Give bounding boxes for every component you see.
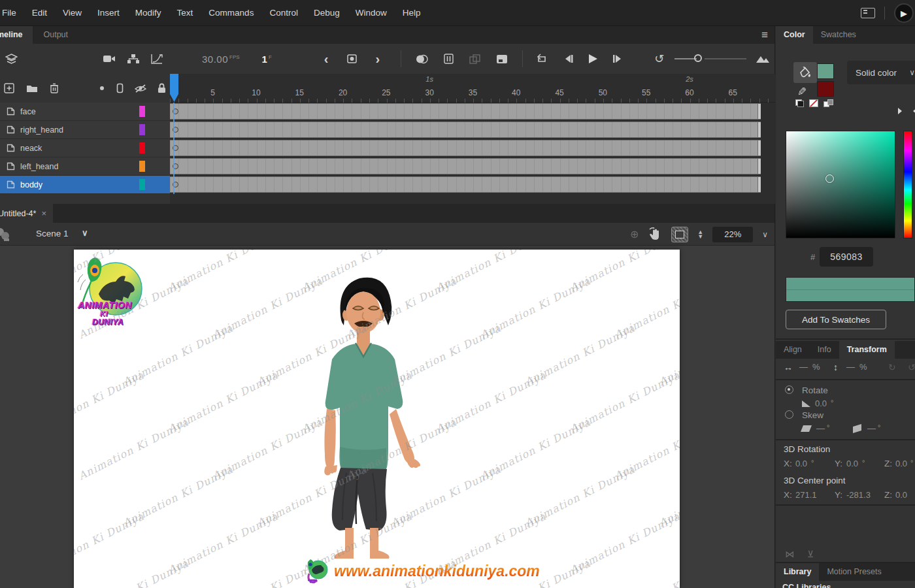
scene-name[interactable]: Scene 1 bbox=[36, 229, 69, 238]
rotate-radio[interactable] bbox=[785, 385, 793, 394]
zoom-slider-knob[interactable] bbox=[694, 54, 702, 62]
frame-row-right_heand[interactable] bbox=[170, 121, 775, 139]
color-type-dropdown[interactable]: Solid color ∨ bbox=[847, 61, 915, 84]
layer-color-chip[interactable] bbox=[139, 106, 145, 117]
center-y-value[interactable]: -281.3 bbox=[846, 490, 871, 500]
scale-height-value[interactable]: — bbox=[846, 362, 855, 372]
menu-debug[interactable]: Debug bbox=[306, 0, 348, 26]
layer-row-face[interactable]: face bbox=[0, 103, 170, 121]
stage-pasteboard[interactable]: ANIMATION KI DUNIYA bbox=[0, 246, 775, 588]
rotate-hand-tool-icon[interactable] bbox=[648, 227, 662, 242]
zoom-stepper[interactable]: ▲ ▼ bbox=[697, 230, 703, 239]
menu-modify[interactable]: Modify bbox=[127, 0, 169, 26]
next-keyframe-icon[interactable]: › bbox=[376, 52, 380, 65]
menu-file[interactable]: File bbox=[0, 0, 24, 26]
black-white-colors-icon[interactable] bbox=[795, 99, 804, 107]
stroke-pencil-icon[interactable]: ✎ bbox=[797, 85, 807, 99]
flip-horizontal-icon[interactable]: ⋈ bbox=[785, 549, 794, 559]
menu-edit[interactable]: Edit bbox=[24, 0, 55, 26]
onion-skin-outlines-icon[interactable] bbox=[444, 54, 454, 64]
new-layer-icon[interactable] bbox=[4, 83, 14, 93]
fps-display[interactable]: 30.00FPS bbox=[202, 54, 240, 65]
new-folder-icon[interactable] bbox=[26, 84, 38, 93]
stage-canvas[interactable]: ANIMATION KI DUNIYA bbox=[74, 250, 680, 588]
layer-color-chip[interactable] bbox=[139, 124, 145, 135]
current-frame-display[interactable]: 1F bbox=[262, 54, 272, 65]
hex-color-input[interactable]: 569083 bbox=[820, 247, 873, 267]
layer-color-chip[interactable] bbox=[139, 142, 145, 154]
frame-row-face[interactable] bbox=[170, 103, 775, 121]
zoom-dropdown-chevron-icon[interactable]: ∨ bbox=[762, 230, 768, 239]
tab-library[interactable]: Library bbox=[776, 563, 819, 581]
insert-keyframe-icon[interactable] bbox=[347, 54, 358, 64]
tab-swatches[interactable]: Swatches bbox=[813, 26, 864, 44]
swap-colors-icon[interactable] bbox=[824, 99, 833, 107]
layers-view-icon[interactable] bbox=[5, 54, 18, 65]
scene-dropdown-chevron-icon[interactable]: ∨ bbox=[82, 228, 88, 238]
reset-timeline-zoom-icon[interactable]: ↺ bbox=[654, 52, 664, 66]
timeline-zoom-slider[interactable] bbox=[674, 54, 746, 63]
document-tab[interactable]: Untitled-4* × bbox=[0, 204, 53, 223]
highlight-layers-icon[interactable] bbox=[99, 86, 105, 91]
delete-layer-icon[interactable] bbox=[50, 83, 59, 93]
no-color-icon[interactable] bbox=[809, 99, 818, 107]
hide-layers-icon[interactable] bbox=[134, 84, 147, 93]
rotation-y-value[interactable]: 0.0 bbox=[846, 459, 858, 468]
frame-row-neack[interactable] bbox=[170, 139, 775, 157]
play-icon[interactable] bbox=[588, 54, 598, 64]
skew-h-value[interactable]: — bbox=[816, 423, 825, 433]
saturation-brightness-picker[interactable] bbox=[786, 131, 895, 238]
cartoon-character[interactable] bbox=[286, 260, 437, 561]
outline-view-icon[interactable] bbox=[116, 83, 124, 93]
layer-color-chip[interactable] bbox=[139, 179, 145, 190]
camera-icon[interactable] bbox=[103, 54, 116, 63]
loop-playback-icon[interactable] bbox=[536, 54, 548, 64]
skew-radio[interactable] bbox=[785, 410, 793, 419]
color-picker-cursor[interactable] bbox=[825, 174, 834, 183]
clip-content-button[interactable] bbox=[671, 227, 688, 242]
resize-timeline-view-icon[interactable] bbox=[756, 54, 770, 63]
edit-multiple-frames-icon[interactable] bbox=[469, 54, 480, 64]
menu-insert[interactable]: Insert bbox=[90, 0, 127, 26]
tab-transform[interactable]: Transform bbox=[839, 341, 895, 359]
layer-parenting-icon[interactable] bbox=[127, 54, 139, 64]
menu-text[interactable]: Text bbox=[169, 0, 201, 26]
graph-editor-icon[interactable] bbox=[151, 54, 163, 64]
stage-zoom-input[interactable]: 22% bbox=[712, 227, 753, 242]
rotate-value[interactable]: 0.0 bbox=[815, 399, 827, 408]
fill-color-tool-button[interactable] bbox=[793, 62, 817, 83]
center-stage-icon[interactable]: ⊕ bbox=[630, 228, 639, 240]
menu-control[interactable]: Control bbox=[261, 0, 306, 26]
menu-window[interactable]: Window bbox=[348, 0, 395, 26]
layer-row-neack[interactable]: neack bbox=[0, 139, 170, 157]
layer-row-right_heand[interactable]: right_heand bbox=[0, 121, 170, 139]
frame-span[interactable] bbox=[170, 103, 761, 120]
panel-menu-icon[interactable]: ≡ bbox=[761, 29, 768, 42]
insert-frame-icon[interactable] bbox=[496, 54, 508, 64]
scale-width-value[interactable]: — bbox=[799, 362, 808, 372]
menu-help[interactable]: Help bbox=[395, 0, 429, 26]
hue-slider[interactable] bbox=[903, 131, 912, 238]
menu-view[interactable]: View bbox=[55, 0, 90, 26]
layer-row-boddy[interactable]: boddy bbox=[0, 176, 170, 194]
zoom-step-down-icon[interactable]: ▼ bbox=[697, 235, 703, 239]
tab-motion-presets[interactable]: Motion Presets bbox=[819, 563, 889, 581]
tab-output[interactable]: Output bbox=[33, 26, 78, 44]
stroke-color-swatch[interactable] bbox=[817, 81, 834, 97]
step-back-icon[interactable] bbox=[563, 54, 574, 63]
frame-span[interactable] bbox=[170, 122, 761, 138]
center-z-value[interactable]: 0.0 bbox=[895, 490, 907, 500]
close-document-icon[interactable]: × bbox=[41, 208, 46, 218]
frame-row-left_heand[interactable] bbox=[170, 157, 775, 176]
frame-span[interactable] bbox=[170, 176, 761, 193]
reset-scale-icon[interactable]: ↺ bbox=[908, 362, 915, 372]
hue-slider-arrow-left[interactable] bbox=[898, 108, 902, 114]
frame-row-boddy[interactable] bbox=[170, 176, 775, 194]
rotation-x-value[interactable]: 0.0 bbox=[795, 459, 807, 468]
frame-span[interactable] bbox=[170, 140, 761, 156]
step-forward-icon[interactable] bbox=[612, 54, 623, 63]
fill-color-swatch[interactable] bbox=[817, 63, 834, 79]
lock-layers-icon[interactable] bbox=[158, 83, 166, 93]
tab-info[interactable]: Info bbox=[810, 341, 839, 359]
tab-timeline[interactable]: Timeline bbox=[0, 26, 33, 44]
